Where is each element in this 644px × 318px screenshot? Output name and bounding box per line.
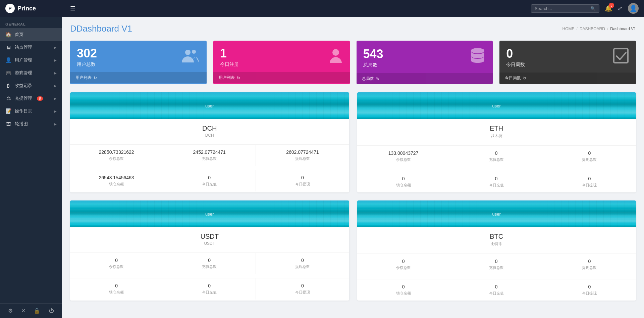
chevron-right-icon-carousel: ▶	[54, 122, 57, 126]
stat-card-top-today: 0 今日局数	[499, 41, 636, 73]
btc-today-withdraw-label: 今日提现	[546, 291, 633, 296]
eth-stats-row2: 0 锁仓余额 0 今日充值 0 今日提现	[357, 171, 636, 192]
fullscreen-icon: ⤢	[618, 5, 623, 12]
withdraw-icon: ⚖	[5, 95, 11, 101]
power-icon[interactable]: ⏻	[49, 308, 54, 314]
chevron-right-icon-oplog: ▶	[54, 109, 57, 113]
dch-withdraw-value: 2602.07724471	[259, 149, 345, 155]
stat-footer-rounds[interactable]: 总局数 ↻	[357, 73, 493, 84]
stat-footer-users[interactable]: 用户列表 ↻	[70, 72, 207, 83]
sidebar-item-station[interactable]: 🖥 站点管理 ▶	[0, 41, 62, 54]
usdt-today-withdraw-label: 今日提现	[259, 290, 345, 295]
stat-label-users: 用户总数	[77, 61, 97, 67]
earnings-icon: ₿	[5, 83, 11, 89]
usdt-subtitle: USDT	[77, 241, 342, 246]
dch-subtitle: DCH	[77, 133, 342, 138]
stat-label-rounds: 总局数	[363, 62, 383, 68]
eth-recharge-label: 充值总数	[453, 157, 539, 162]
games-icon: 🎮	[5, 70, 11, 76]
btc-balance: 0 余额总数	[357, 254, 450, 275]
breadcrumb-sep-1: /	[577, 27, 578, 31]
notification-button[interactable]: 🔔 8	[605, 5, 612, 12]
btc-today-withdraw-value: 0	[546, 284, 633, 289]
logo-icon: P	[5, 4, 15, 13]
usdt-recharge-value: 0	[166, 258, 252, 263]
btc-body: BTC 比特币	[357, 227, 636, 249]
settings-icon[interactable]: ⚙	[8, 308, 13, 314]
usdt-today-withdraw-value: 0	[259, 283, 345, 288]
eth-recharge-value: 0	[453, 150, 539, 156]
sidebar-item-home[interactable]: 🏠 首页	[0, 28, 62, 41]
stat-card-today-rounds: 0 今日局数 今日局数 ↻	[499, 41, 636, 84]
checkbox-stat-icon	[612, 47, 629, 68]
btc-subtitle: 比特币	[364, 241, 630, 247]
btc-stats-row1: 0 余额总数 0 充值总数 0 提现总数	[357, 254, 636, 275]
search-box[interactable]: 🔍	[531, 4, 599, 13]
stat-footer-register[interactable]: 用户列表 ↻	[213, 72, 350, 83]
search-icon: 🔍	[590, 6, 596, 11]
hamburger-button[interactable]: ☰	[67, 2, 78, 15]
chevron-right-icon-users: ▶	[54, 58, 57, 62]
dch-header: user	[70, 92, 349, 119]
user-stat-icon	[328, 48, 343, 67]
btc-locked: 0 锁仓余额	[357, 279, 450, 301]
stat-footer-today[interactable]: 今日局数 ↻	[499, 73, 636, 84]
usdt-body: USDT USDT	[70, 227, 349, 248]
btc-withdraw-value: 0	[546, 259, 633, 264]
svg-point-3	[471, 48, 484, 53]
dch-today-withdraw-label: 今日提现	[259, 182, 345, 187]
btc-header: user	[357, 200, 636, 227]
dch-recharge-value: 2452.07724471	[166, 149, 252, 155]
breadcrumb-current: Dashboard V1	[610, 27, 636, 31]
usdt-withdraw-value: 0	[259, 258, 345, 263]
crypto-card-dch: user DCH DCH 22850.73321622 余额总数 2452.07…	[70, 92, 349, 192]
btc-balance-label: 余额总数	[361, 265, 446, 270]
stat-card-total-users: 302 用户总数 用户列表 ↻	[70, 41, 207, 84]
eth-today-recharge: 0 今日充值	[450, 171, 543, 192]
oplog-icon: 📝	[5, 108, 11, 114]
fullscreen-button[interactable]: ⤢	[618, 5, 623, 12]
eth-header: user	[357, 92, 636, 119]
sidebar-footer: ⚙ ✕ 🔒 ⏻	[0, 303, 62, 318]
dch-today-withdraw: 0 今日提现	[256, 170, 349, 191]
svg-point-1	[192, 50, 196, 54]
eth-stats-row1: 133.00043727 余额总数 0 充值总数 0 提现总数	[357, 145, 636, 167]
withdraw-badge: 8	[37, 96, 43, 101]
sidebar-item-users[interactable]: 👤 用户管理 ▶	[0, 54, 62, 66]
usdt-locked: 0 锁仓余额	[70, 278, 163, 300]
usdt-withdraw: 0 提现总数	[256, 253, 349, 274]
btc-recharge-value: 0	[453, 259, 539, 264]
stat-number-users: 302	[77, 47, 97, 59]
stat-number-rounds: 543	[363, 48, 383, 60]
sidebar-item-carousel[interactable]: 🖼 轮播图 ▶	[0, 118, 62, 130]
sidebar-item-earnings[interactable]: ₿ 收益记录 ▶	[0, 79, 62, 92]
eth-subtitle: 以太坊	[364, 133, 630, 139]
sidebar-item-withdraw[interactable]: ⚖ 充提管理 8 ▶	[0, 92, 62, 105]
close-icon[interactable]: ✕	[21, 308, 25, 314]
usdt-balance: 0 余额总数	[70, 253, 163, 274]
btc-locked-label: 锁仓余额	[361, 291, 446, 296]
crypto-card-usdt: user USDT USDT 0 余额总数 0 充值总数	[70, 200, 349, 301]
refresh-icon: ↻	[94, 76, 97, 80]
eth-today-withdraw: 0 今日提现	[543, 171, 636, 192]
stat-cards-grid: 302 用户总数 用户列表 ↻	[70, 41, 636, 84]
database-stat-icon	[469, 47, 486, 69]
refresh-icon-3: ↻	[376, 77, 379, 81]
btc-header-label: user	[492, 212, 501, 217]
stat-card-total-rounds: 543 总局数 总局数 ↻	[357, 41, 493, 84]
usdt-withdraw-label: 提现总数	[259, 264, 345, 269]
eth-today-withdraw-label: 今日提现	[546, 183, 633, 188]
usdt-locked-value: 0	[73, 283, 159, 288]
app-name: Prince	[17, 5, 36, 12]
chevron-right-icon-withdraw: ▶	[54, 97, 57, 100]
sidebar-label-users: 用户管理	[15, 57, 32, 63]
usdt-today-recharge-label: 今日充值	[166, 290, 252, 295]
search-input[interactable]	[535, 6, 588, 11]
lock-icon[interactable]: 🔒	[34, 308, 40, 314]
sidebar-item-games[interactable]: 🎮 游戏管理 ▶	[0, 66, 62, 79]
dch-locked-label: 锁仓余额	[73, 182, 159, 187]
sidebar-item-oplog[interactable]: 📝 操作日志 ▶	[0, 105, 62, 118]
crypto-card-btc: user BTC 比特币 0 余额总数 0 充值总数 0	[357, 200, 636, 301]
sidebar-label-earnings: 收益记录	[15, 83, 32, 89]
user-avatar[interactable]: 👤	[628, 3, 639, 14]
